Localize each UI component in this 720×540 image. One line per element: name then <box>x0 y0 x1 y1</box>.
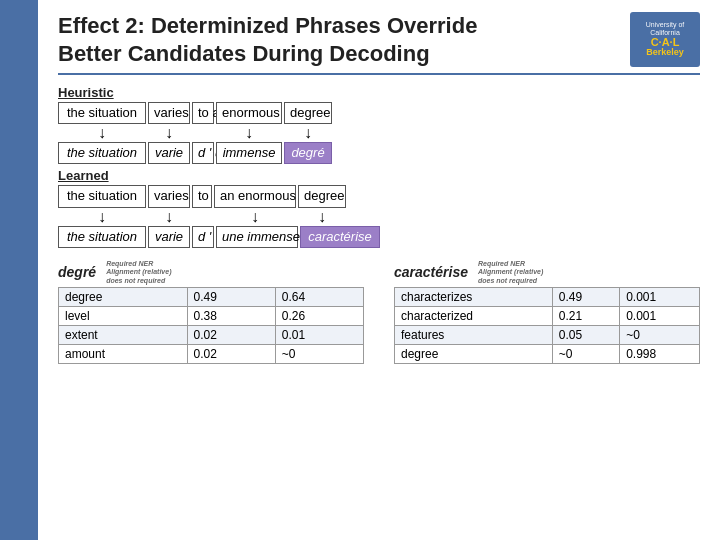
arrow-varies-h: ↓ <box>148 124 190 142</box>
degre-subtitle: Required NERAlignment (relative)does not… <box>106 260 171 285</box>
token-degree-l1: degree <box>298 185 346 207</box>
token-the-situation-h2: the situation <box>58 142 146 164</box>
header-row: Effect 2: Determinized Phrases Override … <box>58 12 700 75</box>
degre-table-wrap: degré Required NERAlignment (relative)do… <box>58 260 364 364</box>
degre-title-text: degré <box>58 264 96 280</box>
token-dprime-l2: d ' <box>192 226 214 248</box>
word-cell: degree <box>395 344 553 363</box>
token-degre-h2: degré <box>284 142 332 164</box>
caracterise-subtitle: Required NERAlignment (relative)does not… <box>478 260 543 285</box>
word-cell: characterizes <box>395 287 553 306</box>
arrow-degree-h: ↓ <box>284 124 332 142</box>
table-row: degree~00.998 <box>395 344 700 363</box>
col1-cell: 0.02 <box>187 325 275 344</box>
token-the-situation-l2: the situation <box>58 226 146 248</box>
col2-cell: ~0 <box>620 325 700 344</box>
col2-cell: ~0 <box>275 344 363 363</box>
token-varie-h2: varie <box>148 142 190 164</box>
learned-section: Learned the situation varies to an enorm… <box>58 168 700 247</box>
word-cell: characterized <box>395 306 553 325</box>
table-row: amount0.02~0 <box>59 344 364 363</box>
arrow-space2 <box>192 208 212 226</box>
degre-title: degré Required NERAlignment (relative)do… <box>58 260 364 285</box>
caracterise-table: characterizes0.490.001characterized0.210… <box>394 287 700 364</box>
arrow-degree-l: ↓ <box>298 208 346 226</box>
left-sidebar <box>0 0 38 540</box>
heuristic-section: Heuristic the situation varies to an eno… <box>58 85 700 164</box>
token-an-enormous-l1: an enormous <box>214 185 296 207</box>
token-varie-l2: varie <box>148 226 190 248</box>
table-row: degree0.490.64 <box>59 287 364 306</box>
page-title: Effect 2: Determinized Phrases Override … <box>58 12 477 67</box>
word-cell: degree <box>59 287 188 306</box>
token-to-l1: to <box>192 185 212 207</box>
token-immense-h2: immense <box>216 142 282 164</box>
word-cell: features <box>395 325 553 344</box>
col2-cell: 0.001 <box>620 287 700 306</box>
token-the-situation-h1: the situation <box>58 102 146 124</box>
arrow-varies-l: ↓ <box>148 208 190 226</box>
caracterise-table-wrap: caractérise Required NERAlignment (relat… <box>394 260 700 364</box>
col2-cell: 0.64 <box>275 287 363 306</box>
table-row: characterizes0.490.001 <box>395 287 700 306</box>
arrow-space1 <box>192 124 214 142</box>
col1-cell: 0.21 <box>552 306 619 325</box>
token-the-situation-l1: the situation <box>58 185 146 207</box>
col1-cell: ~0 <box>552 344 619 363</box>
col1-cell: 0.49 <box>552 287 619 306</box>
arrow-sit-h: ↓ <box>58 124 146 142</box>
degre-table: degree0.490.64level0.380.26extent0.020.0… <box>58 287 364 364</box>
token-uneimm-l2: une immense <box>216 226 298 248</box>
col2-cell: 0.26 <box>275 306 363 325</box>
table-row: features0.05~0 <box>395 325 700 344</box>
token-degree-h1: degree <box>284 102 332 124</box>
col1-cell: 0.38 <box>187 306 275 325</box>
table-row: characterized0.210.001 <box>395 306 700 325</box>
word-cell: level <box>59 306 188 325</box>
word-cell: amount <box>59 344 188 363</box>
tables-area: degré Required NERAlignment (relative)do… <box>58 260 700 364</box>
col2-cell: 0.01 <box>275 325 363 344</box>
col1-cell: 0.05 <box>552 325 619 344</box>
caracterise-title-text: caractérise <box>394 264 468 280</box>
token-varies-l1: varies <box>148 185 190 207</box>
token-dune1-h2: d ' une <box>192 142 214 164</box>
token-caracterise-l2: caractérise <box>300 226 380 248</box>
token-varies-h1: varies <box>148 102 190 124</box>
learned-label: Learned <box>58 168 700 183</box>
col1-cell: 0.02 <box>187 344 275 363</box>
col2-cell: 0.001 <box>620 306 700 325</box>
table-row: extent0.020.01 <box>59 325 364 344</box>
arrow-enormous-h: ↓ <box>216 124 282 142</box>
learned-row1: the situation varies to an enormous degr… <box>58 185 700 207</box>
caracterise-title: caractérise Required NERAlignment (relat… <box>394 260 700 285</box>
col2-cell: 0.998 <box>620 344 700 363</box>
token-enormous-h1: enormous <box>216 102 282 124</box>
heuristic-row2: the situation varie d ' une immense degr… <box>58 142 700 164</box>
arrow-sit-l: ↓ <box>58 208 146 226</box>
heuristic-label: Heuristic <box>58 85 700 100</box>
learned-row2: the situation varie d ' une immense cara… <box>58 226 700 248</box>
main-content: Effect 2: Determinized Phrases Override … <box>38 0 720 540</box>
table-row: level0.380.26 <box>59 306 364 325</box>
word-cell: extent <box>59 325 188 344</box>
arrow-anenorm-l: ↓ <box>214 208 296 226</box>
logo: University of California C·A·L Berkeley <box>630 12 700 67</box>
token-to-an-h1: to an <box>192 102 214 124</box>
heuristic-row1: the situation varies to an enormous degr… <box>58 102 700 124</box>
col1-cell: 0.49 <box>187 287 275 306</box>
